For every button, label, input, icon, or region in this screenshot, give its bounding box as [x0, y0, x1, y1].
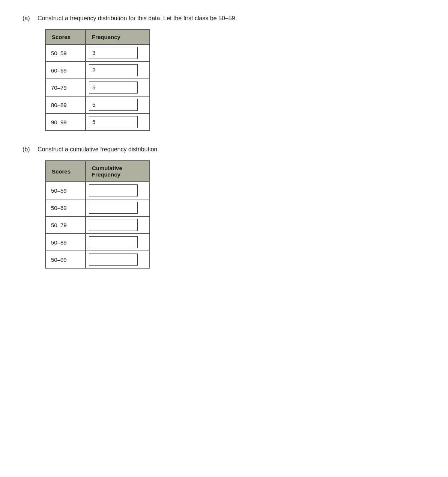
table-row: 90–99 5	[45, 113, 150, 131]
freq-value-80-89: 5	[89, 99, 138, 111]
score-50-69-b: 50–69	[45, 199, 86, 216]
table-row: 50–69	[45, 199, 150, 216]
score-50-79-b: 50–79	[45, 216, 86, 234]
table-row: 70–79 5	[45, 79, 150, 96]
scores-header-b: Scores	[45, 161, 86, 182]
table-row: 50–79	[45, 216, 150, 234]
table-row: 60–69 2	[45, 62, 150, 79]
freq-value-70-79: 5	[89, 82, 138, 94]
freq-70-79-a: 5	[86, 79, 150, 96]
section-a-table-wrapper: Scores Frequency 50–59 3 60–69 2	[45, 29, 425, 131]
cum-freq-input-50-59[interactable]	[89, 184, 138, 196]
section-b-label: (b)	[23, 146, 32, 153]
section-b: (b) Construct a cumulative frequency dis…	[23, 146, 425, 269]
section-a-description: Construct a frequency distribution for t…	[38, 15, 237, 22]
table-row: 80–89 5	[45, 96, 150, 113]
score-50-99-b: 50–99	[45, 251, 86, 268]
frequency-table: Scores Frequency 50–59 3 60–69 2	[45, 29, 150, 131]
freq-50-59-a: 3	[86, 44, 150, 62]
cum-freq-line2: Frequency	[92, 171, 120, 178]
section-a-label: (a)	[23, 15, 32, 22]
cumulative-frequency-header-b: Cumulative Frequency	[86, 161, 150, 182]
cum-freq-50-89	[86, 234, 150, 251]
section-a: (a) Construct a frequency distribution f…	[23, 15, 425, 131]
cum-freq-input-50-99[interactable]	[89, 254, 138, 266]
freq-value-50-59: 3	[89, 47, 138, 59]
table-row: 50–99	[45, 251, 150, 268]
cum-freq-input-50-69[interactable]	[89, 202, 138, 214]
cum-freq-input-50-89[interactable]	[89, 236, 138, 248]
score-50-59-a: 50–59	[45, 44, 86, 62]
freq-80-89-a: 5	[86, 96, 150, 113]
cumulative-frequency-table: Scores Cumulative Frequency 50–59 50–69	[45, 160, 150, 269]
frequency-header-a: Frequency	[86, 30, 150, 44]
cum-freq-50-79	[86, 216, 150, 234]
score-90-99-a: 90–99	[45, 113, 86, 131]
cum-freq-50-99	[86, 251, 150, 268]
score-50-59-b: 50–59	[45, 182, 86, 199]
section-b-description: Construct a cumulative frequency distrib…	[38, 146, 159, 153]
table-row: 50–59	[45, 182, 150, 199]
cum-freq-50-59	[86, 182, 150, 199]
scores-header-a: Scores	[45, 30, 86, 44]
score-50-89-b: 50–89	[45, 234, 86, 251]
cum-freq-input-50-79[interactable]	[89, 219, 138, 231]
freq-value-60-69: 2	[89, 64, 138, 76]
cum-freq-line1: Cumulative	[92, 165, 122, 171]
freq-value-90-99: 5	[89, 116, 138, 128]
freq-60-69-a: 2	[86, 62, 150, 79]
table-row: 50–89	[45, 234, 150, 251]
cum-freq-50-69	[86, 199, 150, 216]
score-80-89-a: 80–89	[45, 96, 86, 113]
freq-90-99-a: 5	[86, 113, 150, 131]
score-60-69-a: 60–69	[45, 62, 86, 79]
score-70-79-a: 70–79	[45, 79, 86, 96]
section-b-table-wrapper: Scores Cumulative Frequency 50–59 50–69	[45, 160, 425, 269]
table-row: 50–59 3	[45, 44, 150, 62]
